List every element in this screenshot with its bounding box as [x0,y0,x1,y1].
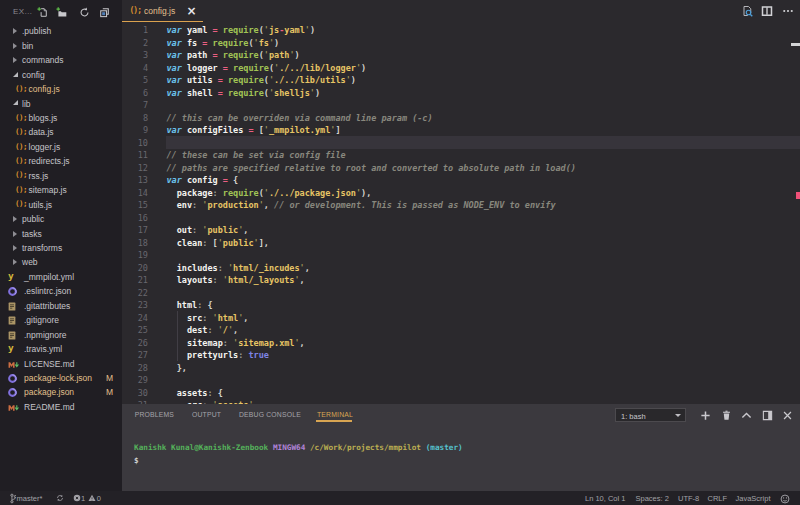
feedback-smiley-icon[interactable] [780,494,790,504]
tree-file--gitattributes[interactable]: .gitattributes [0,298,122,312]
close-panel-icon[interactable] [782,410,793,421]
tab-label: config.js [144,6,175,16]
close-tab-icon[interactable]: × [187,4,197,18]
terminal[interactable]: Kanishk Kunal@Kanishk-Zenbook MINGW64 /c… [122,426,800,491]
code-text: var path = require('path') [167,50,300,60]
code-text: env: 'production', // or development. Th… [167,200,556,210]
kill-terminal-icon[interactable] [721,410,732,421]
tree-item-label: transforms [22,243,62,253]
error-count[interactable]: 1 [81,494,85,503]
code-line-30: 30 assets: { [122,386,800,399]
tree-file-package-lock-json[interactable]: package-lock.jsonM [0,370,122,384]
tree-file-config-js[interactable]: ();config.js [0,82,122,96]
tree-item-label: LICENSE.md [24,359,75,369]
tree-file-license-md[interactable]: LICENSE.md [0,356,122,370]
tree-item-label: .gitattributes [24,301,70,311]
git-modified-badge: M [106,373,113,383]
sync-icon[interactable] [56,494,64,502]
tree-file--mmpilot-yml[interactable]: y_mmpilot.yml [0,269,122,283]
code-text: // this can be overriden via command lin… [167,113,433,123]
code-line-19: 19 [122,249,800,262]
line-number: 5 [122,75,148,85]
code-text: src: 'html', [167,313,249,323]
panel-tab-terminal[interactable]: TERMINAL [317,411,353,418]
code-text: package: require('./../package.json'), [167,188,372,198]
tree-folder-transforms[interactable]: transforms [0,240,122,254]
tree-file-data-js[interactable]: ();data.js [0,125,122,139]
tree-file-readme-md[interactable]: README.md [0,399,122,413]
line-number: 1 [122,25,148,35]
line-number: 18 [122,238,148,248]
code-line-1: 1var yaml = require('js-yaml') [122,24,800,37]
panel-tab-debug-console[interactable]: DEBUG CONSOLE [239,411,301,418]
warning-icon[interactable] [88,494,96,502]
code-line-8: 8// this can be overriden via command li… [122,111,800,124]
explorer-sidebar: EX… [0,0,122,491]
line-number: 3 [122,50,148,60]
code-line-7: 7 [122,99,800,112]
code-line-16: 16 [122,211,800,224]
language-mode[interactable]: JavaScript [736,494,771,503]
indentation[interactable]: Spaces: 2 [636,494,669,503]
tree-item-label: lib [22,99,31,109]
tree-folder-public[interactable]: public [0,212,122,226]
chevron-right-icon [13,57,17,63]
panel-tab-problems[interactable]: PROBLEMS [135,411,174,418]
tree-file-logger-js[interactable]: ();logger.js [0,139,122,153]
tree-file--npmignore[interactable]: .npmignore [0,327,122,341]
overview-ruler-cursor [791,43,800,46]
more-actions-icon[interactable] [782,5,794,17]
open-changes-icon[interactable] [741,5,753,17]
code-editor[interactable]: 1var yaml = require('js-yaml')2var fs = … [122,22,800,404]
tab-config-js[interactable]: (); config.js × [122,0,203,22]
code-text: layouts: 'html/_layouts', [167,275,305,285]
tree-item-label: tasks [22,229,42,239]
code-text: var yaml = require('js-yaml') [167,25,316,35]
code-text: var utils = require('./../lib/utils') [167,75,356,85]
terminal-select[interactable]: 1: bash [615,408,686,422]
tree-folder-lib[interactable]: lib [0,96,122,110]
eol-sequence[interactable]: CRLF [708,494,728,503]
tree-folder-config[interactable]: config [0,67,122,81]
split-terminal-icon[interactable] [762,410,773,421]
tree-file-blogs-js[interactable]: ();blogs.js [0,110,122,124]
tree-item-label: package.json [24,387,74,397]
split-editor-icon[interactable] [761,5,773,17]
tree-file-rss-js[interactable]: ();rss.js [0,168,122,182]
js-file-icon: (); [15,185,27,194]
code-line-12: 12// paths are specified relative to roo… [122,161,800,174]
tree-folder--publish[interactable]: .publish [0,24,122,38]
tree-file-package-json[interactable]: package.jsonM [0,385,122,399]
git-branch-icon [10,493,17,504]
line-number: 28 [122,363,148,373]
tree-file-redirects-js[interactable]: ();redirects.js [0,154,122,168]
tree-file--gitignore[interactable]: .gitignore [0,313,122,327]
tree-folder-web[interactable]: web [0,255,122,269]
tree-folder-commands[interactable]: commands [0,53,122,67]
cursor-position[interactable]: Ln 10, Col 1 [585,494,625,503]
tree-folder-tasks[interactable]: tasks [0,226,122,240]
code-text: includes: 'html/_incudes', [167,263,310,273]
chevron-right-icon [13,231,17,237]
tree-file-utils-js[interactable]: ();utils.js [0,197,122,211]
new-terminal-icon[interactable] [700,410,711,421]
error-icon[interactable] [73,494,81,502]
branch-name[interactable]: master* [17,494,43,503]
maximize-panel-icon[interactable] [741,410,752,421]
code-line-29: 29 [122,374,800,387]
chevron-right-icon [13,43,17,49]
tree-file-sitemap-js[interactable]: ();sitemap.js [0,183,122,197]
line-number: 10 [122,138,148,148]
tree-file--travis-yml[interactable]: y.travis.yml [0,341,122,355]
code-line-15: 15 env: 'production', // or development.… [122,199,800,212]
tree-file--eslintrc-json[interactable]: .eslintrc.json [0,284,122,298]
code-line-20: 20 includes: 'html/_incudes', [122,261,800,274]
tree-folder-bin[interactable]: bin [0,38,122,52]
line-number: 12 [122,163,148,173]
chevron-right-icon [13,245,17,251]
code-line-13: 13var config = { [122,174,800,187]
panel-tab-output[interactable]: OUTPUT [192,411,221,418]
warning-count[interactable]: 0 [97,494,101,503]
js-file-icon: (); [15,113,27,122]
encoding[interactable]: UTF-8 [678,494,699,503]
